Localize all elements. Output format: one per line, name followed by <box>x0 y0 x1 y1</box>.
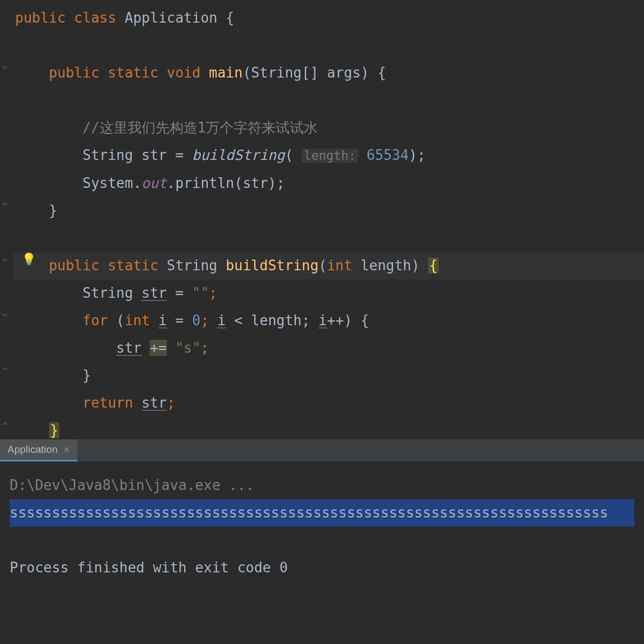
code-line: str += "s"; <box>13 334 644 362</box>
code-line: return str; <box>13 389 644 417</box>
fold-marker-icon[interactable] <box>1 366 9 374</box>
code-line: } <box>13 417 644 444</box>
console-exit-message: Process finished with exit code 0 <box>10 554 634 582</box>
code-line: String str = buildString( length: 65534)… <box>13 142 644 170</box>
code-editor[interactable]: 💡 public class Application { public stat… <box>0 0 644 439</box>
console-output[interactable]: D:\Dev\Java8\bin\java.exe ... ssssssssss… <box>0 462 644 591</box>
code-line: } <box>13 197 644 225</box>
code-line <box>13 225 644 252</box>
fold-marker-icon[interactable] <box>1 256 9 264</box>
code-content[interactable]: public class Application { public static… <box>13 0 644 439</box>
code-line: System.out.println(str); <box>13 170 644 197</box>
close-icon[interactable]: ✕ <box>63 445 70 455</box>
code-line <box>13 87 644 114</box>
intention-bulb-icon[interactable]: 💡 <box>22 253 36 266</box>
editor-gutter <box>0 0 13 439</box>
console-tab-label: Application <box>8 444 58 456</box>
fold-marker-icon[interactable] <box>1 64 9 71</box>
code-line: for (int i = 0; i < length; i++) { <box>13 307 644 334</box>
code-line: public static void main(String[] args) { <box>13 59 644 87</box>
code-line <box>13 32 644 59</box>
code-line: String str = ""; <box>13 279 644 307</box>
code-line-active: public static String buildString(int len… <box>13 252 644 279</box>
console-command-line: D:\Dev\Java8\bin\java.exe ... <box>10 472 634 499</box>
fold-marker-icon[interactable] <box>1 311 9 319</box>
code-line: //这里我们先构造1万个字符来试试水 <box>13 114 644 142</box>
code-line: } <box>13 362 644 389</box>
fold-marker-icon[interactable] <box>1 421 9 429</box>
console-output-highlighted: ssssssssssssssssssssssssssssssssssssssss… <box>10 499 634 527</box>
console-blank-line <box>10 527 634 554</box>
console-panel: Application ✕ D:\Dev\Java8\bin\java.exe … <box>0 439 644 644</box>
fold-marker-icon[interactable] <box>1 201 9 209</box>
code-line: public class Application { <box>13 4 644 32</box>
